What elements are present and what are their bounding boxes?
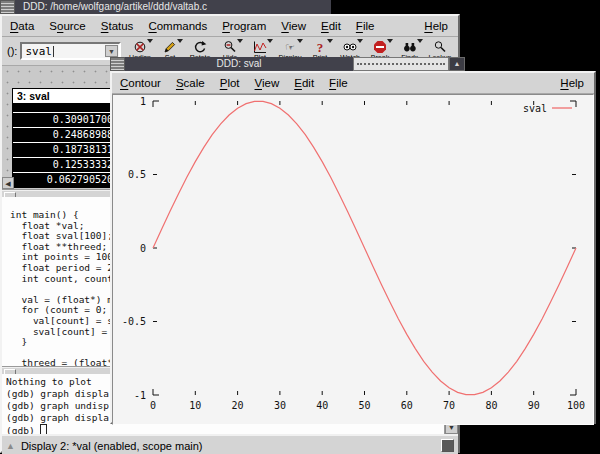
plot-menu-item[interactable]: Scale [176, 77, 205, 89]
x-tick-label: 70 [443, 400, 455, 411]
argument-value: sval [22, 45, 52, 58]
watch-eyes-icon [343, 40, 357, 54]
main-menu-item[interactable]: Source [49, 20, 85, 32]
x-tick-label: 80 [485, 400, 497, 411]
svg-text:?: ? [317, 40, 324, 54]
dropdown-menu-icon[interactable] [267, 39, 273, 43]
x-tick-label: 40 [316, 400, 328, 411]
argument-field[interactable]: sval ▼ [20, 42, 121, 60]
y-tick-label: -1 [134, 390, 146, 401]
plot-menu-item[interactable]: File [329, 77, 348, 89]
plot-menu-item[interactable]: Contour [120, 77, 161, 89]
main-menubar: Data Source Status Commands Program View… [2, 16, 458, 37]
data-display-value: 0.187381312 [13, 143, 119, 157]
dropdown-menu-icon[interactable] [237, 39, 243, 43]
plot-graph-icon [253, 40, 267, 54]
main-menu-help[interactable]: Help [424, 20, 448, 32]
maximize-button[interactable]: ▲ [449, 57, 465, 71]
main-menu-item[interactable]: Status [101, 20, 134, 32]
dropdown-menu-icon[interactable] [327, 39, 333, 43]
main-menu-item[interactable]: Data [10, 20, 34, 32]
x-tick-label: 100 [567, 400, 585, 411]
x-tick-label: 0 [150, 400, 156, 411]
data-display-value: 0.0627905205 [13, 173, 119, 187]
set-pencil-icon [163, 40, 177, 54]
text-caret [53, 46, 54, 57]
plot-menu-item[interactable]: Plot [220, 77, 240, 89]
hide-magnifier-minus-icon [223, 40, 237, 54]
plot-menubar: Contour Scale Plot View Edit File Help [112, 73, 594, 94]
lookup-magnifier-icon [433, 40, 447, 54]
window-menu-button[interactable] [110, 57, 125, 71]
console-cursor [40, 424, 47, 434]
titlebar-resize-strip[interactable] [353, 57, 449, 71]
plot-canvas[interactable]: 0102030405060708090100-1-0.500.51sval [112, 94, 594, 425]
x-tick-label: 50 [358, 400, 370, 411]
find-binoculars-icon [403, 40, 417, 54]
main-menu-item[interactable]: Program [222, 20, 266, 32]
y-tick-label: 1 [140, 96, 146, 107]
undisplay-cross-icon [133, 40, 147, 54]
main-titlebar[interactable]: DDD: /home/wolfgang/artikel/ddd/valtab.c [0, 0, 460, 14]
main-menu-item[interactable]: File [356, 20, 375, 32]
x-tick-label: 10 [189, 400, 201, 411]
plot-titlebar[interactable]: DDD: sval ▲ [110, 57, 596, 71]
y-tick-label: 0 [140, 243, 146, 254]
dropdown-menu-icon[interactable] [177, 39, 183, 43]
plot-menu-help[interactable]: Help [560, 77, 584, 89]
ddd-plot-window: DDD: sval ▲ Contour Scale Plot View Edit… [110, 57, 596, 424]
status-text: Display 2: *val (enabled, scope main) [21, 440, 203, 452]
x-tick-label: 20 [232, 400, 244, 411]
resize-grip[interactable] [441, 439, 454, 452]
data-display-value: 0.248689885 [13, 128, 119, 142]
print-question-icon: ? [313, 40, 327, 54]
y-tick-label: -0.5 [122, 316, 146, 327]
x-tick-label: 90 [528, 400, 540, 411]
window-menu-button[interactable] [0, 0, 15, 14]
data-display-value: 0.309017003 [13, 113, 119, 127]
status-indicator-icon[interactable]: ▲ [6, 441, 15, 451]
display-hand-icon: ☞ [283, 40, 297, 54]
main-window-title: DDD: /home/wolfgang/artikel/ddd/valtab.c [15, 0, 331, 14]
plot-window-title: DDD: sval [125, 57, 353, 71]
status-bar: ▲ Display 2: *val (enabled, scope main) [2, 434, 458, 454]
dropdown-menu-icon[interactable] [387, 39, 393, 43]
main-menu-item[interactable]: Commands [148, 20, 207, 32]
dropdown-menu-icon[interactable] [297, 39, 303, 43]
main-menu-item[interactable]: View [281, 20, 306, 32]
desktop: { "main_window": { "title": "DDD: /home/… [0, 0, 600, 454]
argument-dropdown-icon[interactable]: ▼ [105, 45, 118, 57]
data-display-value: 0.125333323 [13, 158, 119, 172]
dropdown-menu-icon[interactable] [357, 39, 363, 43]
break-stopsign-icon [373, 40, 387, 54]
legend-label: sval [523, 103, 547, 114]
titlebar-filler [331, 0, 460, 14]
argument-label: (): [7, 45, 17, 57]
x-tick-label: 30 [274, 400, 286, 411]
rotate-arrow-icon [193, 40, 207, 54]
plot-menu-item[interactable]: Edit [294, 77, 314, 89]
dropdown-menu-icon[interactable] [417, 39, 423, 43]
svg-text:☞: ☞ [285, 41, 295, 53]
x-tick-label: 60 [401, 400, 413, 411]
y-tick-label: 0.5 [128, 169, 146, 180]
console-line[interactable]: (gdb) [6, 424, 444, 434]
canvas-scroll-left-icon[interactable]: ◀ [2, 177, 14, 189]
main-menu-item[interactable]: Edit [321, 20, 341, 32]
plot-menu-item[interactable]: View [255, 77, 280, 89]
sval-curve [153, 101, 576, 394]
sine-plot: 0102030405060708090100-1-0.500.51sval [113, 95, 595, 424]
dropdown-menu-icon[interactable] [147, 39, 153, 43]
